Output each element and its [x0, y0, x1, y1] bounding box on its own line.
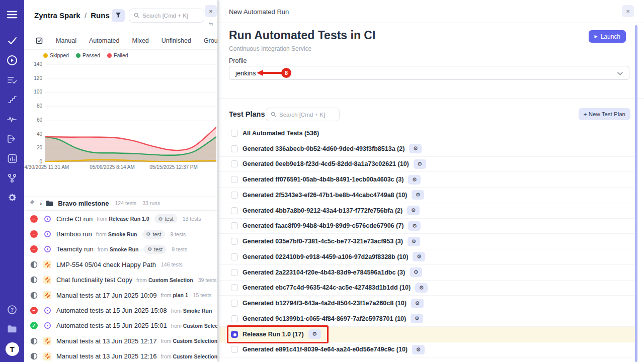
plan-checkbox[interactable] — [231, 207, 238, 214]
plan-checkbox[interactable] — [231, 284, 238, 291]
plan-settings-button[interactable]: ⚙ — [411, 314, 423, 323]
runs-search-input[interactable] — [142, 13, 199, 19]
tab-unfinished[interactable]: Unfinished — [162, 37, 191, 44]
plan-settings-button[interactable]: ⚙ — [412, 190, 424, 200]
settings-icon[interactable] — [0, 190, 24, 205]
run-list-item[interactable]: Manual tests at 13 Jun 2025 12:16from Cu… — [24, 349, 217, 362]
plan-checkbox[interactable] — [231, 346, 238, 353]
vertical-scrollbar[interactable] — [635, 25, 637, 362]
plan-settings-button[interactable]: ⚙ — [407, 206, 420, 215]
breadcrumb-project[interactable]: Zyntra Spark — [34, 11, 80, 20]
test-plan-row-selected[interactable]: Release Run 1.0 (17)⚙ — [219, 327, 635, 342]
panel-header-title: New Automated Run — [229, 8, 289, 16]
run-list-item[interactable]: −Circle CI runfrom Release Run 1.0⚙test1… — [24, 211, 217, 226]
run-list-item[interactable]: Manual tests at 13 Jun 2025 12:17from Cu… — [24, 333, 217, 348]
test-plan-row[interactable]: Generated 022410b9-e918-4459-a106-97d2a9… — [219, 249, 635, 265]
plan-checkbox[interactable] — [231, 300, 238, 307]
app-logo[interactable]: T — [6, 342, 19, 356]
branch-icon[interactable] — [0, 170, 24, 186]
plan-settings-button[interactable]: ⚙ — [410, 267, 422, 277]
run-list-item[interactable]: Manual tests at 17 Jun 2025 10:09from pl… — [24, 288, 217, 303]
plan-settings-button[interactable]: ⚙ — [415, 283, 428, 293]
legend-item-passed[interactable]: Passed — [76, 52, 100, 58]
test-badge[interactable]: ⚙test — [154, 214, 178, 223]
select-all-icon[interactable] — [35, 37, 43, 45]
pulse-icon[interactable] — [0, 112, 24, 127]
plan-settings-button[interactable]: ⚙ — [411, 299, 424, 308]
test-plans-search[interactable] — [266, 108, 340, 121]
folder-icon[interactable] — [0, 321, 24, 336]
test-plan-row[interactable]: All Automated Tests (536) — [219, 126, 635, 141]
test-plan-row[interactable]: Generated ebc77c4d-9635-424c-ac5e-427483… — [219, 281, 635, 296]
test-plan-row[interactable]: Generated 4bb7a8b0-9212-43a4-b137-f772fe… — [219, 203, 635, 219]
check-icon[interactable] — [0, 33, 24, 48]
plan-settings-button[interactable]: ⚙ — [408, 175, 421, 185]
menu-icon[interactable] — [0, 7, 24, 22]
drawer-close-button[interactable]: × — [205, 5, 217, 17]
plan-checkbox[interactable] — [231, 222, 238, 229]
plan-checkbox[interactable] — [231, 192, 238, 199]
chevron-down-icon — [617, 69, 623, 77]
plan-checkbox[interactable] — [231, 176, 238, 183]
plan-settings-button[interactable]: ⚙ — [408, 237, 420, 246]
test-plan-row[interactable]: Generated faac8f09-94b8-4b19-89d9-c576cd… — [219, 219, 635, 234]
test-plan-row[interactable]: Generated 2a223104-f20e-4b43-83d9-e78459… — [219, 265, 635, 281]
chevron-right-icon[interactable]: › — [40, 200, 42, 207]
test-badge[interactable]: ⚙test — [217, 306, 217, 315]
play-circle-icon[interactable] — [0, 53, 24, 68]
plan-settings-button[interactable]: ⚙ — [409, 144, 422, 153]
plan-settings-button[interactable]: ⚙ — [408, 221, 421, 231]
milestone-row[interactable]: › Bravo milestone 124 tests 33 runs — [24, 197, 217, 210]
test-plan-row[interactable]: Generated 336abecb-0b52-4d60-9ded-493f3f… — [219, 141, 635, 157]
plan-settings-button[interactable]: ⚙ — [413, 252, 425, 261]
run-list-item[interactable]: Chat functinality test Copyfrom Custom S… — [24, 273, 217, 288]
test-plan-row[interactable]: Generated 9c1399b1-c065-4f84-8697-7af2c5… — [219, 311, 635, 327]
legend-item-skipped[interactable]: Skipped — [43, 52, 69, 58]
plan-settings-button[interactable]: ⚙ — [412, 345, 425, 354]
import-icon[interactable] — [0, 131, 24, 146]
run-list-item[interactable]: −Bamboo runfrom Smoke Run⚙test9 tests — [24, 226, 217, 241]
run-list-item[interactable]: −Teamcity runfrom Smoke Run⚙test9 tests — [24, 242, 217, 257]
test-badge[interactable]: ⚙test — [143, 245, 167, 254]
plan-checkbox[interactable] — [231, 331, 238, 338]
plan-checkbox[interactable] — [231, 269, 238, 276]
plan-checkbox[interactable] — [231, 253, 238, 260]
plan-label: Generated 4bb7a8b0-9212-43a4-b137-f772fe… — [243, 207, 403, 214]
test-plans-search-input[interactable] — [279, 112, 335, 118]
test-plan-row[interactable]: Generated b12794f3-643a-4a2d-8504-23f1e7… — [219, 296, 635, 311]
tab-mixed[interactable]: Mixed — [132, 37, 148, 44]
test-plan-row[interactable]: Generated 2f5343e3-ef26-47b1-be8b-44cabc… — [219, 188, 635, 203]
filter-button[interactable] — [112, 9, 125, 22]
tab-automated[interactable]: Automated — [89, 37, 119, 44]
run-source: from Custom Selection — [160, 338, 217, 344]
tab-groups[interactable]: Groups — [204, 37, 217, 44]
steps-icon[interactable] — [0, 92, 24, 107]
list-check-icon[interactable] — [0, 72, 24, 87]
tab-manual[interactable]: Manual — [56, 37, 76, 44]
test-plan-row[interactable]: Generated ff076591-05ab-4b4b-8491-1ecb00… — [219, 172, 635, 188]
test-plan-row[interactable]: Generated e891c41f-8039-4e64-aa24-e0d56e… — [219, 342, 635, 358]
panel-close-button[interactable]: × — [622, 5, 634, 17]
plan-checkbox[interactable] — [231, 315, 238, 322]
plan-checkbox[interactable] — [231, 160, 238, 167]
bar-chart-icon[interactable] — [0, 151, 24, 166]
new-test-plan-button[interactable]: + New Test Plan — [579, 108, 630, 120]
test-plan-row[interactable]: Generated 0eeb9e18-f23d-4cd5-82dd-8a1a73… — [219, 157, 635, 172]
plan-checkbox[interactable] — [231, 238, 238, 245]
plan-settings-button[interactable]: ⚙ — [414, 159, 426, 169]
runs-search[interactable] — [129, 9, 204, 23]
plan-checkbox[interactable] — [231, 130, 238, 137]
plan-settings-button[interactable]: ⚙ — [308, 329, 321, 339]
test-plan-row[interactable]: Generated 035e7bf0-7381-4c5c-be77-321e73… — [219, 234, 635, 249]
test-badge[interactable]: ⚙test — [142, 230, 166, 239]
help-icon[interactable]: ? — [0, 302, 24, 317]
legend-item-failed[interactable]: Failed — [107, 52, 128, 58]
run-list-item[interactable]: LMP-554 05/04 check Happy Path146 tests — [24, 257, 217, 272]
run-list-item[interactable]: −Automated tests at 15 Jun 2025 15:08fro… — [24, 303, 217, 318]
failed-status-icon: − — [30, 245, 38, 253]
launch-button[interactable]: ▶ Launch — [589, 30, 626, 43]
plan-checkbox[interactable] — [231, 145, 238, 152]
manual-run-icon — [43, 276, 51, 284]
run-list-item[interactable]: ✓Automated tests at 15 Jun 2025 15:01fro… — [24, 318, 217, 333]
run-title: Teamcity run — [56, 245, 94, 253]
